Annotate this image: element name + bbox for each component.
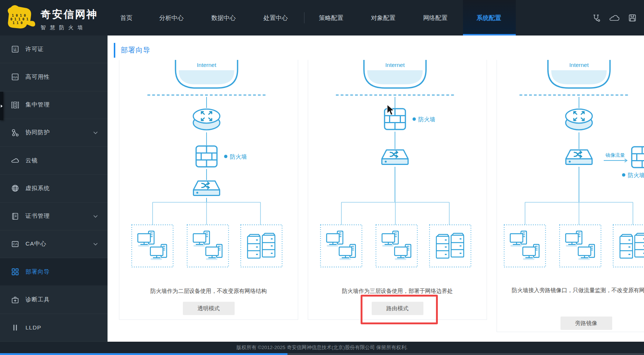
transparent-mode-button[interactable]: 透明模式 <box>183 302 235 315</box>
sidebar-collapse-handle[interactable] <box>0 92 3 120</box>
highlight-annotation-box <box>361 295 438 324</box>
nav-policy-config[interactable]: 策略配置 <box>319 0 343 36</box>
label-dot <box>224 155 228 158</box>
endpoint-group <box>132 202 282 267</box>
sidebar-item-central-management[interactable]: 集中管理 <box>0 91 108 119</box>
switch-icon <box>194 181 220 196</box>
cloud-mirror-icon <box>11 156 19 165</box>
tiger-logo-icon: 1 0 1 0 0 1 1 0 1 1 1 0 <box>4 2 36 33</box>
nav-system-config[interactable]: 系统配置 <box>477 0 501 36</box>
sidebar-item-label: 集中管理 <box>25 101 50 109</box>
firewall-label: 防火墙 <box>628 172 644 178</box>
topology-diagram-transparent: Internet 防火墙 <box>119 60 299 269</box>
brand-subtitle: 智慧防火墙 <box>41 24 98 31</box>
topology-diagram-route: Internet 防火墙 <box>308 60 487 269</box>
collaborate-icon <box>11 129 19 137</box>
internet-label: Internet <box>385 62 405 68</box>
certificate-icon <box>11 212 19 220</box>
mode-description: 防火墙接入旁路镜像口，只做流量监测，不改变原有网络结构 <box>512 284 644 297</box>
svg-text:0 1 1 0 1: 0 1 1 0 1 <box>10 17 28 21</box>
stethoscope-icon[interactable] <box>593 14 600 22</box>
brand-title: 奇安信网神 <box>41 7 98 21</box>
cloud-icon[interactable] <box>609 14 620 21</box>
page-title: 部署向导 <box>114 43 150 58</box>
sidebar-item-label: CA中心 <box>25 240 47 248</box>
sidebar-item-high-availability[interactable]: HA 高可用性 <box>0 63 108 91</box>
mirror-firewall-icon <box>632 147 644 168</box>
endpoint-group <box>321 202 471 267</box>
ca-icon: CA <box>11 240 19 248</box>
virtual-system-icon <box>11 184 19 192</box>
label-dot <box>413 118 416 121</box>
sidebar-item-label: 许可证 <box>25 45 44 53</box>
firewall-label: 防火墙 <box>230 153 247 160</box>
sidebar-item-deploy-wizard[interactable]: 部署向导 <box>0 258 108 286</box>
chevron-down-icon <box>93 243 98 246</box>
sidebar-item-label: 证书管理 <box>25 212 50 220</box>
nav-analysis-center[interactable]: 分析中心 <box>159 0 184 36</box>
mirror-arrow <box>604 159 627 162</box>
copyright-text: 版权所有 ©2012-2025 奇安信网神信息技术(北京)股份有限公司 保留所有… <box>236 344 408 351</box>
nav-network-config[interactable]: 网络配置 <box>423 0 447 36</box>
deploy-mode-card-route: Internet 防火墙 防火墙作为三层设备使用，部署于网络边界处 路由模式 <box>308 60 487 320</box>
firewall-icon <box>196 146 217 167</box>
sidebar-item-label: 云镜 <box>25 157 38 165</box>
chevron-down-icon <box>93 131 98 134</box>
sidebar-item-label: LLDP <box>25 324 41 331</box>
internet-label: Internet <box>569 62 589 68</box>
sidebar-item-diagnostic-tools[interactable]: 诊断工具 <box>0 286 108 314</box>
deploy-mode-card-mirror: Internet 镜像流量 防火墙 防火墙接入旁路镜像口，只做流量监测，不改变原… <box>497 60 644 332</box>
nav-object-config[interactable]: 对象配置 <box>371 0 395 36</box>
svg-text:CA: CA <box>13 242 18 246</box>
svg-text:HA: HA <box>13 75 18 79</box>
brand-logo: 1 0 1 0 0 1 1 0 1 1 1 0 奇安信网神 智慧防火墙 <box>4 2 98 33</box>
sidebar-item-label: 高可用性 <box>25 73 50 81</box>
internet-label: Internet <box>197 62 217 68</box>
page-title-text: 部署向导 <box>121 45 150 55</box>
mouse-cursor <box>386 104 395 115</box>
sidebar-item-ca-center[interactable]: CA CA中心 <box>0 230 108 258</box>
topbar-actions <box>593 0 636 36</box>
svg-text:1 1 0: 1 1 0 <box>13 21 23 25</box>
nav-home[interactable]: 首页 <box>120 0 133 36</box>
deploy-mode-card-transparent: Internet 防火墙 防火墙作为二层设备使用，不改变原有网络结构 透明模式 <box>119 60 298 320</box>
sidebar-item-lldp[interactable]: LLDP <box>0 314 108 342</box>
central-manage-icon <box>11 101 19 109</box>
sidebar-item-license[interactable]: 证 许可证 <box>0 36 108 63</box>
router-icon <box>193 109 220 130</box>
mode-description: 防火墙作为三层设备使用，部署于网络边界处 <box>308 288 487 295</box>
label-dot <box>622 173 626 177</box>
license-icon: 证 <box>11 45 19 53</box>
brand-text: 奇安信网神 智慧防火墙 <box>41 2 98 31</box>
lldp-icon <box>11 324 19 332</box>
mode-description: 防火墙作为二层设备使用，不改变原有网络结构 <box>119 288 298 295</box>
diagnostic-icon <box>11 296 19 304</box>
horizontal-scrollbar[interactable] <box>0 353 644 355</box>
nav-disposal-center[interactable]: 处置中心 <box>263 0 288 36</box>
switch-icon <box>566 150 592 165</box>
deploy-wizard-icon <box>11 268 19 276</box>
chevron-right-icon <box>1 105 3 108</box>
sidebar-item-cloud-mirror[interactable]: 云镜 <box>0 147 108 175</box>
nav-data-center[interactable]: 数据中心 <box>211 0 236 36</box>
footer: 版权所有 ©2012-2025 奇安信网神信息技术(北京)股份有限公司 保留所有… <box>0 342 644 353</box>
switch-icon <box>382 150 408 165</box>
sidebar-item-certificate-management[interactable]: 证书管理 <box>0 203 108 230</box>
sidebar-item-label: 虚拟系统 <box>25 185 50 192</box>
endpoint-group <box>504 202 644 267</box>
mirror-traffic-label: 镜像流量 <box>605 152 625 158</box>
firewall-console: { "brand": {"title": "奇安信网神", "subtitle"… <box>0 0 644 355</box>
save-icon[interactable] <box>628 14 636 22</box>
top-bar: 1 0 1 0 0 1 1 0 1 1 1 0 奇安信网神 智慧防火墙 首页 分… <box>0 0 644 36</box>
firewall-label: 防火墙 <box>418 116 436 122</box>
sidebar-item-label: 诊断工具 <box>25 296 50 304</box>
mirror-mode-button[interactable]: 旁路镜像 <box>560 317 612 330</box>
sidebar-item-virtual-system[interactable]: 虚拟系统 <box>0 175 108 202</box>
sidebar-item-collaborative-protection[interactable]: 协同防护 <box>0 119 108 147</box>
sidebar: 证 许可证 HA 高可用性 集中管理 协同防护 云 <box>0 36 108 342</box>
scrollbar-thumb[interactable] <box>0 353 287 355</box>
sidebar-item-label: 部署向导 <box>25 268 50 276</box>
svg-text:证: 证 <box>13 47 17 51</box>
router-icon <box>566 109 592 130</box>
svg-text:1 0 1 0: 1 0 1 0 <box>12 14 26 17</box>
